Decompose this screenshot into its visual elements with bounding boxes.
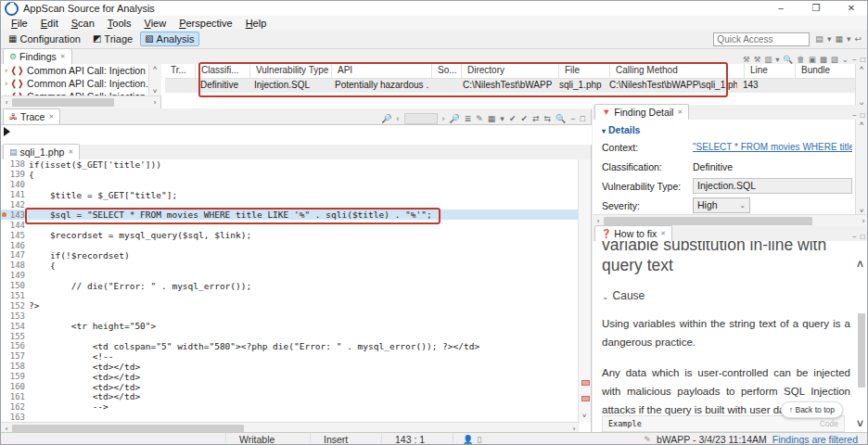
- vulnerability-type-field[interactable]: Injection.SQL: [693, 178, 852, 194]
- scroll-down-icon[interactable]: ˅: [149, 87, 160, 95]
- menu-perspective[interactable]: Perspective: [172, 18, 238, 29]
- minimize-icon[interactable]: −: [570, 114, 575, 123]
- code-line[interactable]: 150 // die("Error: " . mysql_error());: [1, 281, 580, 291]
- column-header-directory[interactable]: Directory: [462, 64, 559, 78]
- edit-icon[interactable]: ✎: [476, 114, 483, 123]
- details-section-header[interactable]: ▾Details: [593, 120, 868, 137]
- code-line[interactable]: 162 -->: [1, 401, 580, 412]
- severity-select[interactable]: High⌄: [693, 197, 750, 213]
- list-view-icon[interactable]: ≣: [465, 114, 472, 123]
- code-line[interactable]: 159 <td></td>: [1, 372, 580, 382]
- maximize-button[interactable]: ❐: [798, 1, 834, 16]
- expand-icon[interactable]: ⇄: [532, 114, 540, 123]
- validate-icon[interactable]: ✔: [509, 114, 517, 123]
- context-link[interactable]: "SELECT * FROM movies WHERE title LIKE '…: [693, 142, 852, 152]
- bundle-icon[interactable]: ▩: [820, 55, 827, 64]
- code-line[interactable]: 144: [1, 220, 580, 230]
- maximize-icon[interactable]: □: [861, 232, 865, 241]
- validate-all-icon[interactable]: ✔: [520, 114, 528, 123]
- scroll-up-icon[interactable]: ˄: [856, 120, 867, 128]
- scroll-up-icon[interactable]: ˄: [856, 64, 867, 72]
- code-line[interactable]: 146: [1, 240, 580, 250]
- code-line[interactable]: 156 <td colspan="5" width="580"><?php di…: [1, 341, 580, 351]
- quick-access-input[interactable]: [713, 32, 810, 46]
- column-header-bundle[interactable]: Bundle: [796, 64, 856, 78]
- code-line[interactable]: 158 <td></td>: [1, 362, 580, 372]
- chevron-right-icon[interactable]: ›: [5, 66, 7, 75]
- minimize-icon[interactable]: −: [852, 110, 857, 120]
- code-area[interactable]: 138if(isset($_GET['title']))139{140141 $…: [1, 159, 580, 422]
- code-line[interactable]: 153: [1, 311, 580, 321]
- filter-edit-icon[interactable]: ⚒: [754, 55, 761, 64]
- menu-help[interactable]: Help: [239, 18, 274, 29]
- close-button[interactable]: ✕: [834, 1, 868, 16]
- code-line[interactable]: 152?>: [1, 300, 580, 311]
- scroll-left-icon[interactable]: ‹: [1, 98, 12, 107]
- cause-section-header[interactable]: ⌄Cause: [602, 289, 850, 302]
- scroll-right-icon[interactable]: ›: [149, 98, 160, 107]
- annotation-mark-icon[interactable]: [581, 380, 590, 386]
- tab-trace[interactable]: 🖧 Trace ✕: [3, 108, 60, 124]
- code-line[interactable]: 139{: [1, 170, 580, 180]
- column-header-file[interactable]: File: [559, 64, 610, 78]
- code-line[interactable]: 161 <td></td>: [1, 391, 580, 401]
- code-line[interactable]: 160 <td></td>: [1, 382, 580, 392]
- perspective-button-analysis[interactable]: ▧Analysis: [140, 32, 198, 46]
- findings-tree-hscrollbar[interactable]: ‹ ›: [1, 95, 160, 108]
- dropdown-icon[interactable]: ▾: [827, 34, 832, 44]
- minimize-icon[interactable]: −: [852, 55, 857, 64]
- tab-how-to-fix[interactable]: ❓ How to fix ✕: [594, 225, 672, 241]
- tree-item[interactable]: ›❬❭Common API Call: Injection (10): [1, 64, 160, 77]
- trace-zoom-field[interactable]: [404, 113, 438, 124]
- menu-view[interactable]: View: [138, 18, 173, 29]
- table-view-icon[interactable]: ▦: [488, 114, 496, 123]
- code-line[interactable]: 140: [1, 180, 580, 190]
- menu-file[interactable]: File: [5, 18, 34, 29]
- findings-filtered-link[interactable]: Findings are filtered: [772, 434, 858, 445]
- scroll-right-icon[interactable]: ›: [858, 217, 868, 225]
- code-line[interactable]: 138if(isset($_GET['title'])): [1, 159, 580, 170]
- minimize-icon[interactable]: −: [852, 232, 857, 241]
- code-line[interactable]: 148 {: [1, 261, 580, 271]
- scroll-down-icon[interactable]: ˅: [857, 417, 863, 430]
- code-line[interactable]: 142: [1, 200, 580, 210]
- close-icon[interactable]: ✕: [677, 108, 683, 116]
- filter-icon[interactable]: ⚒: [743, 55, 750, 64]
- findings-tree-scrollbar[interactable]: ˄ ˅: [148, 64, 161, 95]
- findings-table-scrollbar[interactable]: ˄ ˅: [855, 64, 868, 108]
- scroll-up-icon[interactable]: ˄: [149, 64, 160, 72]
- view-menu-icon[interactable]: ⌄: [842, 55, 849, 64]
- finding-detail-scrollbar[interactable]: ˄ ˅: [855, 120, 868, 215]
- close-icon[interactable]: ✕: [48, 113, 54, 121]
- back-to-top-button[interactable]: ↑ Back to top: [781, 401, 843, 418]
- new-wizard-icon[interactable]: ▤: [815, 34, 823, 44]
- scroll-up-icon[interactable]: ˄: [857, 258, 863, 271]
- group-by-icon[interactable]: ▥: [764, 55, 772, 64]
- annotation-mark-icon[interactable]: [581, 396, 590, 401]
- perspective-button-configuration[interactable]: ▦Configuration: [4, 32, 85, 46]
- maximize-icon[interactable]: □: [861, 110, 865, 120]
- minimize-button[interactable]: –: [763, 1, 798, 16]
- dropdown-icon[interactable]: ▾: [775, 55, 779, 64]
- maximize-icon[interactable]: □: [581, 114, 585, 123]
- delete-icon[interactable]: 🗑: [797, 55, 805, 64]
- prev-icon[interactable]: ‹: [397, 114, 400, 123]
- perspective-button-triage[interactable]: ◩Triage: [88, 32, 137, 46]
- overview-ruler[interactable]: ˅: [578, 159, 591, 422]
- report-icon[interactable]: ▨: [831, 55, 838, 64]
- chevron-right-icon[interactable]: ›: [5, 79, 7, 88]
- tab-findings[interactable]: ⚙ Findings ✕: [3, 48, 72, 64]
- menu-tools[interactable]: Tools: [101, 18, 138, 29]
- how-to-fix-scrollbar[interactable]: ˄ ˅: [856, 258, 867, 432]
- trace-node-icon[interactable]: [4, 127, 10, 136]
- code-line[interactable]: 141 $title = $_GET["title"];: [1, 190, 580, 200]
- scroll-down-icon[interactable]: ˅: [579, 412, 590, 420]
- zoom-in-icon[interactable]: 🔎: [450, 114, 460, 123]
- finding-row[interactable]: DefinitiveInjection.SQLPotentially hazar…: [165, 79, 856, 93]
- column-header-line[interactable]: Line: [745, 64, 796, 78]
- next-icon[interactable]: ›: [442, 114, 445, 123]
- search-icon[interactable]: 🔍: [784, 55, 794, 64]
- tree-item[interactable]: ›❬❭Common API Call: Injection.HttpResp: [1, 77, 160, 90]
- zoom-out-icon[interactable]: 🔎: [381, 114, 391, 123]
- column-header-vulnerabilitytype[interactable]: Vulnerability Type: [250, 64, 332, 78]
